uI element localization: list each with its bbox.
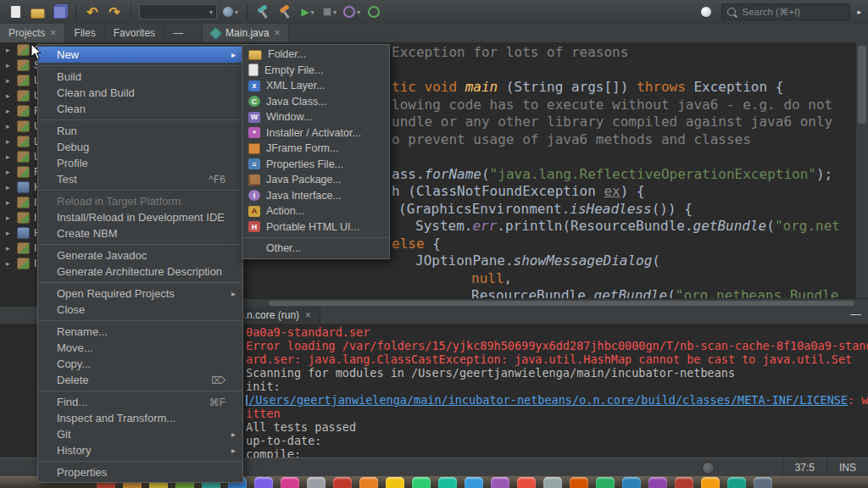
submenu-item-portable-html-ui[interactable]: Portable HTML UI... — [242, 219, 389, 236]
editor-tab-main-java[interactable]: Main.java × — [202, 24, 289, 42]
menu-item-open-required-projects[interactable]: Open Required Projects▸ — [38, 286, 242, 302]
dock-app-icon[interactable] — [517, 477, 536, 488]
expand-icon[interactable]: ▸ — [6, 259, 13, 268]
dock-app-icon[interactable] — [333, 477, 352, 488]
menu-item-install-reload-in-development-ide[interactable]: Install/Reload in Development IDE — [38, 209, 242, 225]
editor-tab-close-icon[interactable]: × — [274, 28, 280, 38]
expand-icon[interactable]: ▸ — [6, 92, 13, 100]
profile-project-icon[interactable]: ▾ — [343, 3, 360, 20]
save-all-icon[interactable] — [51, 3, 68, 20]
expand-icon[interactable]: ▸ — [6, 76, 13, 85]
garbage-collect-icon[interactable] — [698, 3, 715, 20]
submenu-item-jframe-form[interactable]: JFrame Form... — [242, 141, 389, 157]
tab-files[interactable]: Files — [65, 24, 104, 42]
submenu-item-java-class[interactable]: Java Class... — [242, 94, 389, 110]
scrollbar-thumb[interactable] — [269, 301, 854, 306]
dock-app-icon[interactable] — [412, 477, 431, 488]
menu-item-history[interactable]: History▸ — [38, 442, 242, 458]
menu-item-properties[interactable]: Properties — [38, 464, 242, 480]
dock-app-icon[interactable] — [727, 477, 746, 488]
submenu-item-xml-layer[interactable]: XML Layer... — [242, 78, 389, 94]
scrollbar-thumb[interactable] — [858, 46, 866, 124]
redo-icon[interactable]: ↷ — [106, 3, 123, 20]
menu-item-test[interactable]: Test^F6 — [38, 171, 242, 187]
menu-item-git[interactable]: Git▸ — [38, 426, 242, 442]
submenu-item-java-interface[interactable]: Java Interface... — [242, 188, 389, 204]
menu-item-find[interactable]: Find...⌘F — [38, 394, 242, 410]
menu-item-new[interactable]: New▸ — [38, 47, 242, 63]
toolbar-overflow-icon[interactable]: ▸ — [857, 8, 861, 16]
build-project-icon[interactable] — [255, 3, 272, 20]
new-file-icon[interactable] — [7, 3, 24, 20]
menu-item-clean-and-build[interactable]: Clean and Build — [38, 85, 242, 101]
menu-item-move[interactable]: Move... — [38, 340, 242, 356]
tab-favorites[interactable]: Favorites — [105, 24, 164, 42]
clean-build-project-icon[interactable] — [277, 3, 294, 20]
dock-app-icon[interactable] — [359, 477, 378, 488]
search-input[interactable] — [740, 6, 844, 18]
output-minimize-button[interactable]: — — [850, 308, 861, 320]
tab-projects-close-icon[interactable]: × — [50, 28, 56, 38]
expand-icon[interactable]: ▸ — [6, 152, 13, 161]
menu-item-build[interactable]: Build — [38, 69, 242, 85]
submenu-item-other[interactable]: Other... — [242, 241, 389, 257]
submenu-item-folder[interactable]: Folder... — [242, 47, 389, 63]
debug-project-icon[interactable]: ▾ — [321, 3, 338, 20]
menu-item-close[interactable]: Close — [38, 302, 242, 318]
file-link[interactable]: /Users/geertjanwielenga/main/incubator-n… — [248, 393, 848, 407]
run-project-icon[interactable]: ▶▾ — [299, 3, 316, 20]
menu-item-delete[interactable]: Delete⌦ — [38, 372, 242, 388]
menu-item-clean[interactable]: Clean — [38, 101, 242, 117]
dock-app-icon[interactable] — [465, 477, 483, 488]
submenu-item-window[interactable]: Window... — [242, 109, 389, 125]
submenu-item-action[interactable]: Action... — [242, 203, 389, 219]
menu-item-generate-architecture-description[interactable]: Generate Architecture Description — [38, 263, 242, 280]
set-configuration-icon[interactable]: ▾ — [222, 3, 239, 20]
menu-item-reload-in-target-platform[interactable]: Reload in Target Platform — [38, 193, 242, 209]
dock-app-icon[interactable] — [491, 477, 509, 488]
menu-item-rename[interactable]: Rename... — [38, 324, 242, 340]
expand-icon[interactable]: ▸ — [6, 61, 13, 69]
dock-app-icon[interactable] — [596, 477, 615, 488]
editor-vertical-scrollbar[interactable] — [855, 42, 868, 298]
dock-app-icon[interactable] — [386, 477, 404, 488]
notifications-icon[interactable] — [702, 462, 715, 474]
tab-projects[interactable]: Projects × — [0, 24, 65, 42]
expand-icon[interactable]: ▸ — [6, 214, 13, 222]
undo-icon[interactable]: ↶ — [84, 3, 101, 20]
expand-icon[interactable]: ▸ — [6, 183, 13, 191]
expand-icon[interactable]: ▸ — [6, 244, 13, 252]
menu-item-inspect-and-transform[interactable]: Inspect and Transform... — [38, 410, 242, 426]
expand-icon[interactable]: ▸ — [6, 137, 13, 146]
menu-item-debug[interactable]: Debug — [38, 139, 242, 155]
dock-app-icon[interactable] — [701, 477, 720, 488]
expand-icon[interactable]: ▸ — [6, 168, 13, 176]
dock-app-icon[interactable] — [570, 477, 588, 488]
open-project-icon[interactable] — [29, 3, 46, 20]
quick-search[interactable] — [721, 3, 850, 20]
submenu-item-empty-file[interactable]: Empty File... — [242, 63, 389, 79]
expand-icon[interactable]: ▸ — [6, 46, 13, 54]
minimize-panel-button[interactable]: — — [164, 24, 192, 42]
dock-app-icon[interactable] — [254, 477, 273, 488]
configuration-select-icon[interactable]: ▾ — [139, 4, 217, 19]
output-tab-close-icon[interactable]: × — [305, 310, 311, 320]
dock-app-icon[interactable] — [675, 477, 693, 488]
menu-item-copy[interactable]: Copy... — [38, 356, 242, 372]
dock-app-icon[interactable] — [281, 477, 299, 488]
menu-item-generate-javadoc[interactable]: Generate Javadoc — [38, 247, 242, 263]
submenu-item-java-package[interactable]: Java Package... — [242, 172, 389, 188]
submenu-item-installer-activator[interactable]: Installer / Activator... — [242, 125, 389, 141]
dock-app-icon[interactable] — [543, 477, 562, 488]
menu-item-run[interactable]: Run — [38, 123, 242, 139]
dock-app-icon[interactable] — [307, 477, 326, 488]
dock-app-icon[interactable] — [648, 477, 667, 488]
apply-changes-icon[interactable] — [365, 3, 382, 20]
submenu-item-properties-file[interactable]: Properties File... — [242, 157, 389, 173]
expand-icon[interactable]: ▸ — [6, 229, 13, 237]
expand-icon[interactable]: ▸ — [6, 198, 13, 207]
expand-icon[interactable]: ▸ — [6, 122, 13, 130]
dock-app-icon[interactable] — [622, 477, 641, 488]
dock-app-icon[interactable] — [754, 477, 772, 488]
menu-item-create-nbm[interactable]: Create NBM — [38, 225, 242, 241]
